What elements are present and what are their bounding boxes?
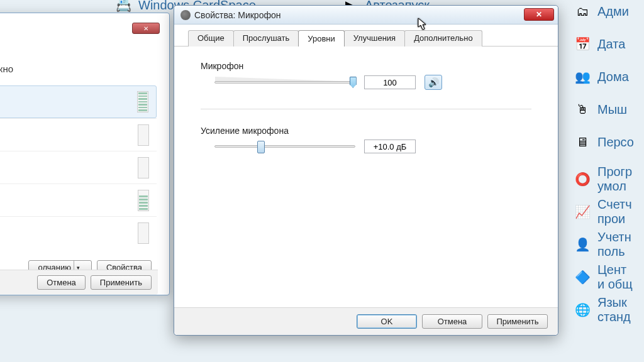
dialog-title: Свойства: Микрофон [194,10,280,20]
divider [201,109,531,109]
cancel-button[interactable]: Отмена [422,314,482,329]
control-panel-item[interactable]: 🖱 Мыш [572,99,627,119]
control-panel-item[interactable]: 👥 Дома [572,67,629,87]
control-panel-item[interactable]: 🖥 Персо [572,132,634,152]
microphone-value[interactable]: 100 [364,75,416,89]
app-label: Учетн поль [597,230,631,259]
device-row[interactable]: Audio [0,216,157,249]
app-label: Персо [597,135,634,150]
device-row[interactable]: Audio [0,151,157,184]
device-row[interactable]: Audio [0,85,157,118]
apply-button[interactable]: Применить [487,314,548,329]
boost-label: Усиление микрофона [201,126,531,136]
app-label: Адми [597,4,629,19]
control-panel-item[interactable]: ⭕ Прогр умол [572,165,632,194]
tab-дополнительно[interactable]: Дополнительно [404,30,482,47]
tab-улучшения[interactable]: Улучшения [344,30,405,47]
device-row[interactable]: Audio [0,118,157,151]
app-icon: 🌐 [572,300,592,320]
app-label: Счетч прои [597,197,632,226]
tab-уровни[interactable]: Уровни [298,30,344,47]
apply-button[interactable]: Применить [91,275,152,290]
control-panel-item[interactable]: 📈 Счетч прои [572,197,632,226]
microphone-properties-dialog: Свойства: Микрофон ✕ ОбщиеПрослушатьУров… [174,5,558,336]
app-icon: 🖱 [572,99,592,119]
boost-value[interactable]: +10.0 дБ [364,140,416,153]
level-meter-icon [138,124,149,146]
microphone-icon [180,10,191,20]
level-meter-icon [138,222,149,244]
control-panel-item[interactable]: 📅 Дата [572,34,625,54]
device-list: Audio Audio Audio Audio Audio [0,85,157,249]
app-icon: 📅 [572,34,592,54]
boost-slider[interactable] [214,145,355,148]
cursor-icon [418,18,428,31]
app-icon: 👤 [572,234,592,255]
app-label: Дома [597,70,629,84]
hint-text: ры которого нужно [0,63,13,74]
dialog-footer: OK Отмена Применить [174,307,558,335]
tab-bar: ОбщиеПрослушатьУровниУлучшенияДополнител… [174,25,558,47]
tab-content-levels: Микрофон 100 🔊 Усиление микрофона +10.0 … [188,47,544,305]
control-panel-item[interactable]: 👤 Учетн поль [572,230,631,259]
close-icon[interactable]: ✕ [132,23,160,34]
app-label: Цент и общ [597,263,633,292]
microphone-level-group: Микрофон 100 🔊 [201,61,531,90]
app-label: Язык станд [597,295,631,324]
slider-thumb-icon[interactable] [350,77,357,88]
app-label: Прогр умол [597,165,632,194]
title-bar[interactable]: Свойства: Микрофон ✕ [174,6,558,25]
level-meter-icon [138,190,149,211]
microphone-label: Микрофон [201,61,531,71]
tab-прослушать[interactable]: Прослушать [233,30,299,47]
cancel-button[interactable]: Отмена [37,275,86,290]
control-panel-item[interactable]: 🔷 Цент и общ [572,263,633,292]
app-icon: 🔷 [572,267,592,287]
device-row[interactable]: Audio [0,184,157,216]
control-panel-item[interactable]: 🌐 Язык станд [572,295,631,324]
microphone-boost-group: Усиление микрофона +10.0 дБ [201,126,531,153]
app-icon: 🗂 [572,1,592,21]
level-meter-icon [138,157,149,178]
level-meter-icon [137,91,148,112]
control-panel-item[interactable]: 🗂 Адми [572,1,629,21]
speaker-icon[interactable]: 🔊 [425,75,442,90]
tab-общие[interactable]: Общие [188,30,234,47]
slider-thumb-icon[interactable] [257,141,265,153]
app-icon: 🖥 [572,132,592,152]
app-icon: 👥 [572,67,592,87]
app-label: Мыш [597,102,627,117]
app-icon: ⭕ [572,169,592,189]
microphone-slider[interactable] [214,81,355,84]
ok-button[interactable]: OK [357,314,417,329]
sound-devices-window: ✕ ры которого нужно Audio Audio Audio Au… [0,13,170,295]
app-icon: 📈 [572,202,592,222]
close-icon[interactable]: ✕ [524,8,554,21]
app-label: Дата [597,37,625,52]
